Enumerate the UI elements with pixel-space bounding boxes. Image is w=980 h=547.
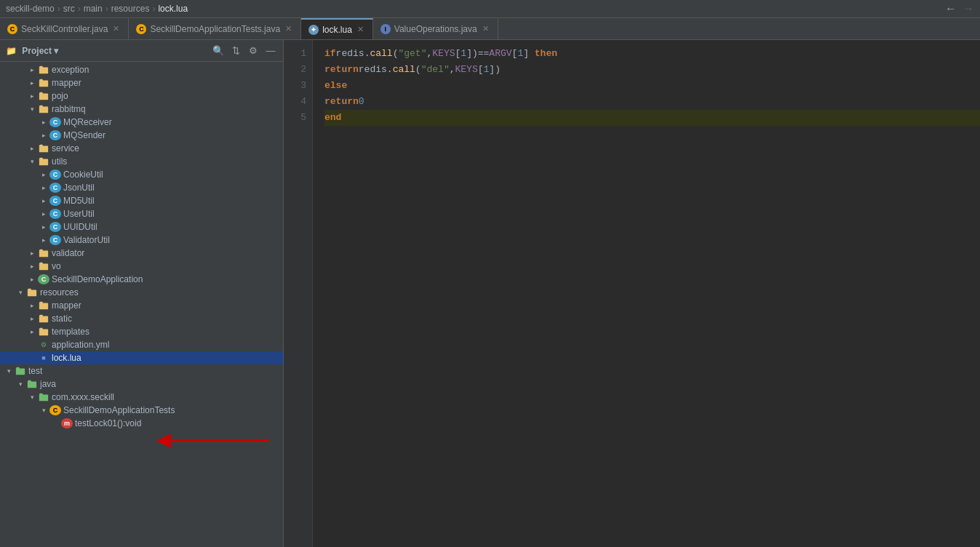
chevron-closed: [26, 274, 38, 285]
tab-close-3[interactable]: ✕: [356, 25, 365, 34]
class-icon-blue: C: [49, 235, 61, 245]
nav-forward-icon[interactable]: →: [963, 2, 974, 15]
tree-item-lock-lua-file[interactable]: ■lock.lua: [0, 351, 283, 364]
tree-item-test[interactable]: test: [0, 364, 283, 378]
tree-item-seckill-app[interactable]: CSeckillDemoApplication: [0, 273, 283, 286]
tree-item-testlock01[interactable]: mtestLock01():void: [0, 417, 283, 430]
tree-item-validator[interactable]: validator: [0, 247, 283, 260]
tab-bar: C SeckKillController.java ✕ C SeckillDem…: [0, 18, 980, 40]
breadcrumb-sep-2: ›: [78, 4, 81, 14]
sidebar: 📁 Project ▾ 🔍 ⇅ ⚙ — exceptionmapperpojor…: [0, 40, 284, 547]
chevron-closed: [26, 313, 38, 324]
tree-item-label: MQSender: [63, 130, 105, 140]
folder-icon: [38, 392, 49, 402]
tab-seckill-controller[interactable]: C SeckKillController.java ✕: [0, 18, 129, 39]
tab-label-2: SeckillDemoApplicationTests.java: [150, 24, 280, 34]
breadcrumb-part-1[interactable]: seckill-demo: [6, 4, 55, 14]
chevron-open: [26, 391, 38, 403]
tree-item-validatorutil[interactable]: CValidatorUtil: [0, 233, 283, 247]
folder-icon: [38, 314, 49, 324]
chevron-open: [15, 378, 26, 390]
chevron-closed: [26, 77, 38, 89]
tree-item-label: JsonUtil: [63, 183, 95, 193]
tree-item-application-yml[interactable]: ⚙application.yml: [0, 338, 283, 351]
chevron-open: [26, 156, 38, 167]
tree-item-mapper-2[interactable]: mapper: [0, 299, 283, 312]
class-icon-orange: C: [49, 405, 61, 415]
tree-item-exception[interactable]: exception: [0, 63, 283, 76]
chevron-closed: [26, 143, 38, 154]
tree-item-cookieutil[interactable]: CCookieUtil: [0, 168, 283, 181]
tree-item-label: templates: [52, 327, 89, 337]
tab-seckill-app-tests[interactable]: C SeckillDemoApplicationTests.java ✕: [129, 18, 301, 39]
folder-icon: [38, 78, 49, 88]
code-line-1: if redis.call("get",KEYS[1])==ARGV[1] th…: [324, 46, 980, 62]
tab-close-2[interactable]: ✕: [284, 24, 293, 33]
tree-item-seckill-app-test-class[interactable]: CSeckillDemoApplicationTests: [0, 404, 283, 417]
breadcrumb-part-2[interactable]: src: [63, 4, 75, 14]
breadcrumb-sep-4: ›: [152, 4, 155, 14]
class-icon-blue: C: [49, 130, 61, 140]
java-icon-2: C: [136, 24, 146, 34]
tree-item-rabbitmq[interactable]: rabbitmq: [0, 103, 283, 116]
folder-icon: [38, 248, 49, 258]
breadcrumb-part-3[interactable]: main: [84, 4, 103, 14]
tree-item-pojo[interactable]: pojo: [0, 89, 283, 103]
chevron-closed: [26, 90, 38, 102]
class-icon-blue: C: [49, 196, 61, 206]
chevron-open: [38, 404, 49, 416]
chevron-closed: [38, 221, 49, 233]
tree-item-mqreceiver[interactable]: CMQReceiver: [0, 116, 283, 129]
breadcrumb-sep-3: ›: [105, 4, 108, 14]
chevron-closed: [38, 129, 49, 141]
chevron-closed: [38, 116, 49, 128]
tree-item-label: validator: [52, 248, 84, 258]
tree-item-label: UUIDUtil: [63, 222, 97, 232]
tab-close-4[interactable]: ✕: [481, 24, 490, 33]
chevron-closed: [38, 234, 49, 246]
breadcrumb-sep-1: ›: [57, 4, 60, 14]
tree-item-label: MQReceiver: [63, 117, 112, 127]
tree-item-java-test[interactable]: java: [0, 378, 283, 391]
tree-item-mapper-1[interactable]: mapper: [0, 76, 283, 89]
tree-item-label: pojo: [52, 91, 68, 101]
tab-label-1: SeckKillController.java: [21, 24, 108, 34]
tree-item-mqsender[interactable]: CMQSender: [0, 129, 283, 142]
chevron-open: [15, 287, 26, 298]
tab-value-operations[interactable]: I ValueOperations.java ✕: [373, 18, 498, 39]
tree-item-jsonutil[interactable]: CJsonUtil: [0, 181, 283, 194]
tree-item-resources[interactable]: resources: [0, 286, 283, 299]
code-lines[interactable]: if redis.call("get",KEYS[1])==ARGV[1] th…: [313, 40, 980, 547]
chevron-closed: [38, 182, 49, 193]
tree-item-static[interactable]: static: [0, 312, 283, 325]
nav-back-icon[interactable]: ←: [945, 2, 957, 15]
tree-item-userutil[interactable]: CUserUtil: [0, 207, 283, 220]
tree-item-templates[interactable]: templates: [0, 325, 283, 338]
chevron-leaf: [49, 418, 61, 429]
folder-icon-header: 📁: [6, 46, 17, 56]
chevron-closed: [26, 260, 38, 272]
tree-item-service[interactable]: service: [0, 142, 283, 155]
chevron-closed: [38, 195, 49, 207]
class-icon-blue: C: [49, 117, 61, 127]
tab-lock-lua[interactable]: ✦ lock.lua ✕: [301, 18, 373, 39]
breadcrumb-part-5[interactable]: lock.lua: [158, 4, 188, 14]
sidebar-title: 📁 Project ▾: [6, 46, 212, 56]
tab-close-1[interactable]: ✕: [111, 24, 121, 33]
search-icon[interactable]: 🔍: [212, 44, 225, 57]
tree-item-utils[interactable]: utils: [0, 155, 283, 168]
tree-item-label: MD5Util: [63, 196, 95, 206]
folder-icon: [38, 327, 49, 337]
breadcrumb-part-4[interactable]: resources: [111, 4, 150, 14]
folder-icon: [38, 300, 49, 311]
code-content[interactable]: 12345 if redis.call("get",KEYS[1])==ARGV…: [284, 40, 980, 547]
tree-item-md5util[interactable]: CMD5Util: [0, 194, 283, 207]
minimize-icon[interactable]: —: [264, 44, 277, 57]
tree-item-uuidutil[interactable]: CUUIDUtil: [0, 220, 283, 233]
tree-item-com-xxxx-seckill[interactable]: com.xxxx.seckill: [0, 391, 283, 404]
sync-icon[interactable]: ⇅: [229, 44, 242, 57]
tree-item-vo[interactable]: vo: [0, 260, 283, 273]
settings-icon[interactable]: ⚙: [247, 44, 260, 57]
chevron-closed: [26, 247, 38, 259]
tree-item-label: service: [52, 143, 79, 153]
